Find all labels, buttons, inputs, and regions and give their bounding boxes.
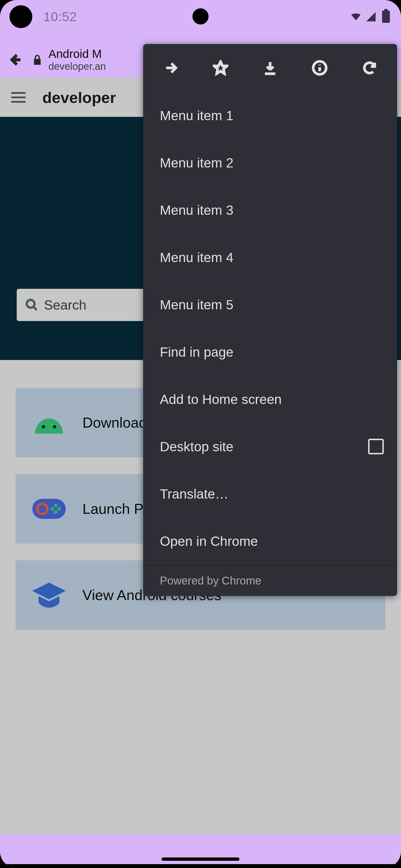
menu-item[interactable]: Menu item 1 <box>143 92 397 139</box>
url-text-area[interactable]: Android M developer.an <box>49 47 106 72</box>
menu-item-label: Menu item 1 <box>160 108 233 123</box>
clock: 10:52 <box>44 9 77 24</box>
svg-point-5 <box>54 503 58 507</box>
battery-icon <box>380 11 392 22</box>
nav-pill[interactable] <box>162 858 239 861</box>
menu-item-label: Find in page <box>160 344 233 360</box>
menu-item[interactable]: Menu item 5 <box>143 281 397 328</box>
menu-item-label: Desktop site <box>160 439 233 454</box>
camera-cutout-center <box>193 8 208 25</box>
menu-top-row <box>143 44 397 92</box>
svg-point-7 <box>50 507 54 511</box>
hamburger-icon[interactable] <box>11 90 26 104</box>
site-logo: developer <box>42 89 116 106</box>
menu-item-label: Add to Home screen <box>160 392 282 407</box>
reload-button[interactable] <box>345 44 394 92</box>
menu-item-translate[interactable]: Translate… <box>143 470 397 518</box>
device-screen: 10:52 Android M developer.an <box>0 0 401 868</box>
menu-footer: Powered by Chrome <box>143 565 397 596</box>
menu-item-label: Menu item 4 <box>160 250 233 265</box>
menu-item-add-home[interactable]: Add to Home screen <box>143 376 397 423</box>
search-icon <box>25 298 38 312</box>
menu-item-find-in-page[interactable]: Find in page <box>143 328 397 376</box>
bookmark-button[interactable] <box>196 44 245 92</box>
download-button[interactable] <box>245 44 295 92</box>
menu-item-open-chrome[interactable]: Open in Chrome <box>143 518 397 565</box>
menu-item-label: Menu item 2 <box>160 155 233 170</box>
search-placeholder: Search <box>44 298 86 313</box>
svg-point-2 <box>53 425 56 428</box>
menu-footer-label: Powered by Chrome <box>160 575 261 587</box>
forward-button[interactable] <box>146 44 196 92</box>
svg-point-8 <box>57 507 61 511</box>
play-console-icon <box>32 492 66 526</box>
page-host: developer.an <box>49 61 106 72</box>
overflow-menu: Menu item 1 Menu item 2 Menu item 3 Menu… <box>143 44 397 596</box>
menu-item[interactable]: Menu item 3 <box>143 186 397 234</box>
svg-point-6 <box>54 510 58 514</box>
cellular-icon <box>365 11 376 22</box>
menu-item-label: Menu item 3 <box>160 203 233 218</box>
menu-item[interactable]: Menu item 4 <box>143 234 397 281</box>
back-button[interactable] <box>4 49 26 71</box>
menu-item-desktop-site[interactable]: Desktop site <box>143 423 397 470</box>
device-bottom-bezel <box>0 864 401 868</box>
status-bar: 10:52 <box>0 0 401 33</box>
page-info-button[interactable] <box>295 44 344 92</box>
android-icon <box>32 406 66 439</box>
desktop-site-checkbox[interactable] <box>368 439 384 454</box>
menu-item-label: Open in Chrome <box>160 534 258 549</box>
menu-item-label: Translate… <box>160 486 228 502</box>
svg-point-1 <box>42 425 45 428</box>
camera-cutout-left <box>9 5 32 28</box>
page-title: Android M <box>49 47 106 61</box>
menu-item-label: Menu item 5 <box>160 297 233 312</box>
lock-icon <box>26 54 49 66</box>
menu-item[interactable]: Menu item 2 <box>143 139 397 186</box>
system-nav-bar <box>0 841 401 861</box>
svg-point-0 <box>27 300 34 308</box>
status-icons <box>350 11 392 22</box>
wifi-icon <box>350 11 362 22</box>
mortarboard-icon <box>32 579 66 612</box>
